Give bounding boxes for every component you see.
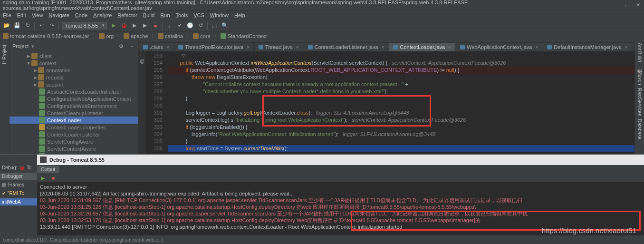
toolbar: 📂 💾 ↻ ↶ ↷ Tomcat 8.5.55 ▶ 🐞 ▶ ▶ ■ ↓ ✔ 🕐 … xyxy=(0,20,644,31)
close-tab-icon[interactable]: × xyxy=(247,45,250,50)
menu-view[interactable]: View xyxy=(32,12,43,18)
breakpoint-gutter[interactable]: @ xyxy=(139,51,145,154)
code-area[interactable]: @ 29329429529629729829930030130230330430… xyxy=(139,51,644,154)
tree-item[interactable]: ▼context xyxy=(10,59,138,67)
editor-area: .class×ThreadPoolExecutor.java×Thread.ja… xyxy=(139,41,644,154)
rest-button[interactable]: RestServices xyxy=(637,88,642,116)
breadcrumb-item[interactable]: catalina xyxy=(158,33,183,39)
breadcrumb-item[interactable]: StandardContext xyxy=(221,33,267,39)
debug-side-panel: Debug:🐞Tc Debugger ▤ Frames ✔ "RMI Tc in… xyxy=(0,154,37,235)
stop-icon[interactable]: ■ xyxy=(49,174,57,182)
close-tab-icon[interactable]: × xyxy=(166,45,169,50)
editor-tab[interactable]: DefaultInstanceManager.java× xyxy=(543,42,632,51)
close-tab-icon[interactable]: × xyxy=(625,45,628,50)
ant-build-button[interactable]: Ant Build xyxy=(637,43,642,62)
thread-frame[interactable]: ✔ "RMI Tc xyxy=(0,190,37,197)
close-tab-icon[interactable]: × xyxy=(535,45,538,50)
menu-navigate[interactable]: Navigate xyxy=(48,12,69,18)
tree-item[interactable]: ServletConfigAware xyxy=(10,138,138,145)
tree-item[interactable]: ContextLoader.properties xyxy=(10,124,138,131)
tree-item[interactable]: ServletContextAware xyxy=(10,145,138,152)
tree-item[interactable]: ▶annotation xyxy=(10,67,138,74)
editor-tab[interactable]: Thread.java× xyxy=(254,42,303,51)
frames-tab[interactable]: ▤ Frames xyxy=(0,181,37,188)
menu-analyze[interactable]: Analyze xyxy=(93,12,112,18)
open-icon[interactable]: 📂 xyxy=(3,22,10,29)
refresh-icon[interactable]: ↻ xyxy=(24,22,31,29)
menu-refactor[interactable]: Refactor xyxy=(117,12,137,18)
project-tool-button[interactable]: 1: Project xyxy=(2,45,7,65)
breadcrumb-item[interactable]: core xyxy=(193,33,210,39)
tree-item[interactable]: ConfigurableWebEnvironment xyxy=(10,102,138,109)
vcs-revert-icon[interactable]: ↺ xyxy=(197,22,204,29)
vcs-commit-icon[interactable]: ✔ xyxy=(176,22,183,29)
run-icon[interactable]: ▶ xyxy=(110,22,117,29)
menu-run[interactable]: Run xyxy=(160,12,170,18)
editor-tab[interactable]: WebApplicationContext.java× xyxy=(456,42,542,51)
menu-tools[interactable]: Tools xyxy=(176,12,188,18)
vcs-update-icon[interactable]: ↓ xyxy=(165,22,173,29)
breadcrumb-item[interactable]: tomcat-catalina-8.5.55-sources.jar xyxy=(3,33,89,39)
editor-tabs: .class×ThreadPoolExecutor.java×Thread.ja… xyxy=(139,41,644,51)
debug-label: Debug:🐞Tc xyxy=(0,164,37,171)
tree-item[interactable]: ▶support xyxy=(10,81,138,88)
redo-icon[interactable]: ↷ xyxy=(48,22,56,29)
maven-button[interactable]: ⓜ Maven xyxy=(636,65,643,85)
close-icon[interactable]: ✕ xyxy=(634,2,641,9)
main-area: 1: Project Project ▾ ⚙ － ▶client▼context… xyxy=(0,41,644,154)
tree-item[interactable]: ConfigurableWebApplicationContext xyxy=(10,95,138,102)
menu-window[interactable]: Window xyxy=(210,12,229,18)
run-config-combo[interactable]: Tomcat 8.5.55 xyxy=(62,22,107,29)
save-icon[interactable]: 💾 xyxy=(13,22,21,29)
minimize-icon[interactable]: — xyxy=(612,2,619,9)
status-text: contextInitialized:107, ContextLoaderLis… xyxy=(3,237,163,243)
debug-toolbar: ▶ ■ xyxy=(37,174,644,182)
editor-tab[interactable]: ContextLoader.java× xyxy=(389,42,455,51)
breadcrumb: tomcat-catalina-8.5.55-sources.jar〉org〉a… xyxy=(0,31,644,41)
tree-item[interactable]: ContextLoader xyxy=(10,117,138,124)
close-tab-icon[interactable]: × xyxy=(448,45,451,50)
debug-icon[interactable]: 🐞 xyxy=(120,22,128,29)
tree-item[interactable]: ▶request xyxy=(10,74,138,81)
vcs-history-icon[interactable]: 🕐 xyxy=(186,22,194,29)
rerun-icon[interactable]: ▶ xyxy=(39,174,47,182)
tree-item[interactable]: ContextLoaderListener xyxy=(10,131,138,138)
menu-help[interactable]: Help xyxy=(234,12,245,18)
project-tree[interactable]: ▶client▼context▶annotation▶request▶suppo… xyxy=(10,51,138,154)
debug-tab-bar: Output xyxy=(37,165,644,174)
tree-item[interactable]: ▶client xyxy=(10,52,138,59)
menu-vcs[interactable]: VCS xyxy=(193,12,204,18)
coverage-icon[interactable]: ▶ xyxy=(131,22,138,29)
undo-icon[interactable]: ↶ xyxy=(38,22,45,29)
close-tab-icon[interactable]: × xyxy=(296,45,299,50)
statusbar: contextInitialized:107, ContextLoaderLis… xyxy=(0,235,644,244)
code-editor[interactable]: */ public WebApplicationContext initWebA… xyxy=(165,51,644,154)
debug-console[interactable]: Connected to server[2020-06-03 01:31:07,… xyxy=(37,182,644,244)
right-tool-stripe: Ant Build ⓜ Maven RestServices Database xyxy=(634,41,644,154)
search-icon[interactable]: 🔍 xyxy=(221,22,229,29)
editor-tab[interactable]: ContextLoaderListener.java× xyxy=(304,42,389,51)
tree-item[interactable]: AbstractContextLoaderInitializer xyxy=(10,88,138,95)
editor-tab[interactable]: ThreadPoolExecutor.java× xyxy=(174,42,254,51)
project-panel: Project ▾ ⚙ － ▶client▼context▶annotation… xyxy=(10,41,139,154)
database-button[interactable]: Database xyxy=(637,119,642,139)
debugger-tab[interactable]: Debugger xyxy=(0,173,37,180)
collapse-icon[interactable]: － xyxy=(128,42,135,50)
maximize-icon[interactable]: □ xyxy=(624,2,630,9)
output-tab[interactable]: Output xyxy=(37,166,59,173)
profile-icon[interactable]: ▶ xyxy=(141,22,149,29)
debug-title: Debug - Tomcat 8.5.55 xyxy=(37,155,644,165)
menu-file[interactable]: File xyxy=(3,12,11,18)
breadcrumb-item[interactable]: apache xyxy=(124,33,148,39)
menu-build[interactable]: Build xyxy=(143,12,154,18)
settings-icon[interactable]: ⚙ xyxy=(117,42,125,50)
stop-icon[interactable]: ■ xyxy=(152,22,159,29)
breadcrumb-item[interactable]: org xyxy=(99,33,114,39)
structure-icon[interactable]: ⬚ xyxy=(211,22,218,29)
tree-item[interactable]: ContextCleanupListener xyxy=(10,109,138,117)
editor-tab[interactable]: .class× xyxy=(139,42,173,51)
close-tab-icon[interactable]: × xyxy=(382,45,384,50)
menu-edit[interactable]: Edit xyxy=(17,12,26,18)
selected-frame[interactable]: initWebA xyxy=(0,198,37,205)
menu-code[interactable]: Code xyxy=(75,12,87,18)
